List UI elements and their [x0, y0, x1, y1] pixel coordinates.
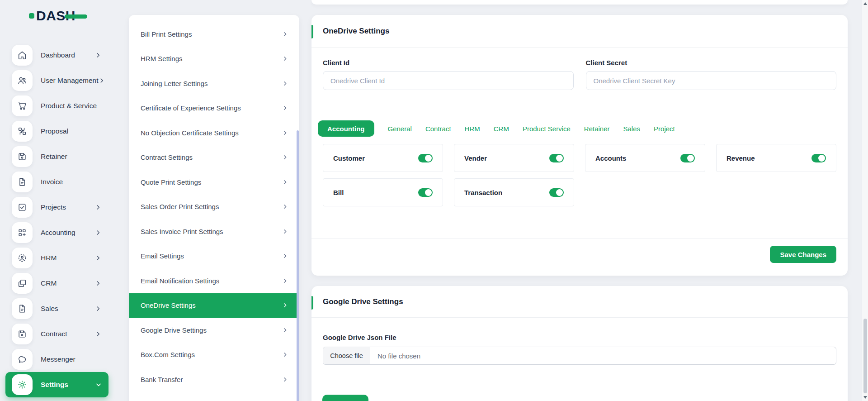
- brand-logo[interactable]: DASH: [29, 9, 87, 23]
- module-toggle-grid: Customer Vender Accounts Revenue Bill: [323, 144, 836, 206]
- accounts-toggle[interactable]: [680, 154, 695, 162]
- settings-menu-item-no-objection[interactable]: No Objection Certificate Settings: [129, 120, 299, 145]
- cart-icon: [12, 95, 33, 116]
- onedrive-fields-row: Client Id Client Secret: [323, 59, 836, 90]
- chevron-right-icon: [95, 305, 102, 312]
- sidebar-item-product-service[interactable]: Product & Service: [5, 93, 108, 119]
- main-content: OneDrive Settings Client Id Client Secre…: [311, 0, 848, 401]
- save-changes-button[interactable]: Save Changes: [770, 246, 836, 263]
- tab-product-service[interactable]: Product Service: [523, 120, 571, 137]
- gdrive-json-file-label: Google Drive Json File: [323, 334, 836, 341]
- client-id-label: Client Id: [323, 59, 574, 67]
- sidebar-item-contract[interactable]: Contract: [5, 321, 108, 347]
- sidebar-item-label: Settings: [41, 381, 95, 389]
- chevron-right-icon: [95, 330, 102, 338]
- sidebar-item-hrm[interactable]: HRM: [5, 245, 108, 271]
- previous-card-bottom-edge: [311, 0, 848, 5]
- chevron-right-icon: [282, 105, 288, 111]
- gdrive-card-header: Google Drive Settings: [311, 286, 848, 318]
- vender-toggle[interactable]: [549, 154, 564, 162]
- overlap-squares-icon: [12, 273, 33, 294]
- onedrive-settings-card: OneDrive Settings Client Id Client Secre…: [311, 15, 848, 276]
- onedrive-card-header: OneDrive Settings: [311, 15, 848, 48]
- settings-menu-item-email[interactable]: Email Settings: [129, 244, 299, 269]
- tab-crm[interactable]: CRM: [494, 120, 509, 137]
- choose-file-button[interactable]: Choose file: [323, 347, 370, 364]
- window-scrollbar-thumb[interactable]: [863, 319, 867, 393]
- sidebar-item-crm[interactable]: CRM: [5, 271, 108, 296]
- chevron-right-icon: [282, 302, 288, 309]
- gdrive-card-body: Google Drive Json File Choose file No fi…: [311, 318, 848, 401]
- no-file-chosen-text: No file chosen: [370, 347, 420, 364]
- toggle-card-vender: Vender: [454, 144, 574, 172]
- chevron-right-icon: [282, 253, 288, 259]
- chevron-right-icon: [282, 376, 288, 382]
- chevron-right-icon: [282, 204, 288, 210]
- settings-menu-item-bill-print[interactable]: Bill Print Settings: [129, 22, 299, 47]
- toggle-card-accounts: Accounts: [585, 144, 705, 172]
- settings-menu-item-contract[interactable]: Contract Settings: [129, 145, 299, 170]
- chevron-right-icon: [95, 254, 102, 262]
- tab-project[interactable]: Project: [654, 120, 675, 137]
- client-secret-input[interactable]: [586, 71, 837, 90]
- settings-menu-item-certificate-experience[interactable]: Certificate of Experience Settings: [129, 96, 299, 121]
- settings-menu-item-box-com[interactable]: Box.Com Settings: [129, 343, 299, 368]
- chevron-right-icon: [282, 154, 288, 161]
- tab-retainer[interactable]: Retainer: [584, 120, 610, 137]
- sidebar-item-settings[interactable]: Settings: [5, 372, 108, 397]
- client-id-input[interactable]: [323, 71, 574, 90]
- sidebar-item-sales[interactable]: Sales: [5, 296, 108, 321]
- settings-menu-item-onedrive[interactable]: OneDrive Settings: [129, 293, 299, 318]
- settings-menu-item-google-drive[interactable]: Google Drive Settings: [129, 318, 299, 343]
- chat-icon: [12, 349, 33, 370]
- settings-menu-item-sales-order-print[interactable]: Sales Order Print Settings: [129, 195, 299, 220]
- settings-menu-item-joining-letter[interactable]: Joining Letter Settings: [129, 71, 299, 96]
- scroll-down-arrow-icon[interactable]: [863, 396, 867, 399]
- sidebar-item-projects[interactable]: Projects: [5, 195, 108, 220]
- sidebar-item-accounting[interactable]: Accounting: [5, 220, 108, 245]
- grid-plus-icon: [12, 222, 33, 243]
- tab-sales[interactable]: Sales: [623, 120, 641, 137]
- sidebar-item-label: Messenger: [41, 355, 102, 363]
- sidebar-item-label: Invoice: [41, 178, 102, 186]
- users-icon: [12, 70, 33, 91]
- sidebar-item-dashboard[interactable]: Dashboard: [5, 43, 108, 68]
- sidebar-item-messenger[interactable]: Messenger: [5, 347, 108, 372]
- scroll-up-arrow-icon[interactable]: [863, 2, 867, 5]
- gdrive-card-title: Google Drive Settings: [323, 297, 403, 306]
- sidebar-item-label: HRM: [41, 254, 95, 262]
- settings-panel-scrollbar-thumb[interactable]: [297, 130, 299, 401]
- toggle-card-bill: Bill: [323, 178, 443, 206]
- sidebar-item-label: Projects: [41, 203, 95, 211]
- window-scrollbar[interactable]: [862, 0, 868, 401]
- sidebar-item-invoice[interactable]: Invoice: [5, 169, 108, 195]
- settings-menu-item-bank-transfer[interactable]: Bank Transfer: [129, 367, 299, 392]
- settings-menu-item-quote-print[interactable]: Quote Print Settings: [129, 170, 299, 195]
- bill-toggle[interactable]: [418, 188, 433, 197]
- tab-contract[interactable]: Contract: [425, 120, 451, 137]
- settings-menu-item-sales-invoice-print[interactable]: Sales Invoice Print Settings: [129, 219, 299, 244]
- revenue-toggle[interactable]: [811, 154, 826, 162]
- onedrive-card-title: OneDrive Settings: [323, 27, 389, 36]
- toggle-card-customer: Customer: [323, 144, 443, 172]
- client-secret-label: Client Secret: [586, 59, 837, 67]
- tab-general[interactable]: General: [388, 120, 412, 137]
- gdrive-json-file-input[interactable]: Choose file No file chosen: [323, 347, 836, 365]
- settings-menu-item-email-notification[interactable]: Email Notification Settings: [129, 268, 299, 293]
- sidebar-item-label: CRM: [41, 279, 95, 287]
- gdrive-tab-accounting-partial[interactable]: [322, 395, 368, 401]
- tab-accounting[interactable]: Accounting: [318, 120, 374, 137]
- sidebar-item-proposal[interactable]: Proposal: [5, 119, 108, 144]
- gear-icon: [12, 374, 33, 395]
- settings-menu-item-barcode[interactable]: Barcode Settings: [129, 392, 299, 401]
- sidebar-item-label: Product & Service: [41, 102, 102, 110]
- settings-menu-item-hrm[interactable]: HRM Settings: [129, 47, 299, 72]
- chevron-right-icon: [95, 52, 102, 59]
- transaction-toggle[interactable]: [549, 188, 564, 197]
- sidebar-item-user-management[interactable]: User Management: [5, 68, 108, 93]
- sidebar-item-retainer[interactable]: Retainer: [5, 144, 108, 169]
- customer-toggle[interactable]: [418, 154, 433, 162]
- sidebar-item-label: Sales: [41, 305, 95, 313]
- chevron-right-icon: [99, 77, 105, 84]
- tab-hrm[interactable]: HRM: [465, 120, 480, 137]
